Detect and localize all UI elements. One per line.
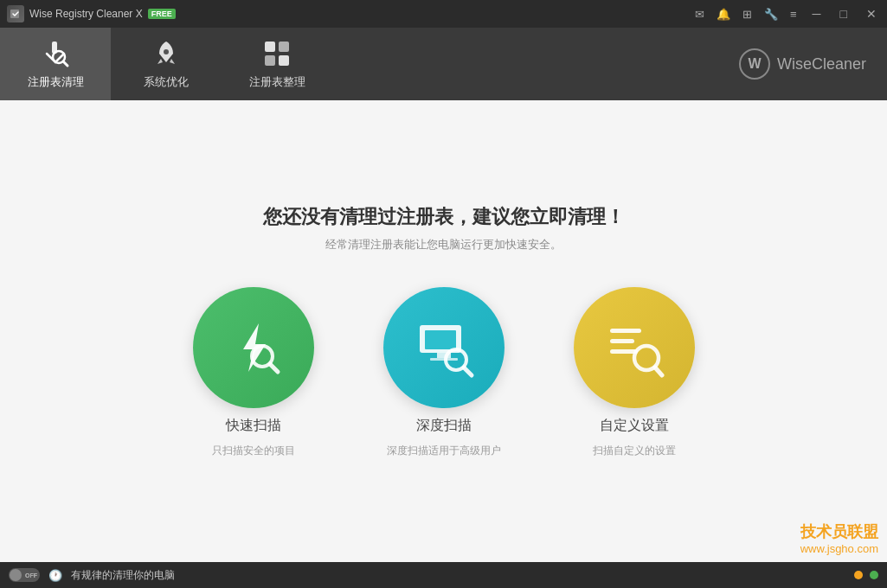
schedule-toggle[interactable]: OFF bbox=[9, 568, 40, 582]
fast-scan-desc: 只扫描安全的项目 bbox=[212, 444, 295, 458]
brand-name: WiseCleaner bbox=[777, 55, 866, 74]
svg-line-3 bbox=[63, 61, 67, 66]
deep-scan-title: 深度扫描 bbox=[416, 417, 472, 435]
mail-icon[interactable]: ✉ bbox=[695, 8, 704, 21]
wrench-icon[interactable]: 🔧 bbox=[764, 8, 778, 21]
status-dot-green bbox=[870, 571, 878, 579]
navbar: 注册表清理 系统优化 注册表整理 bbox=[0, 28, 887, 100]
svg-line-16 bbox=[464, 368, 472, 375]
statusbar: OFF 🕐 有规律的清理你的电脑 bbox=[0, 562, 887, 588]
minimize-button[interactable]: ─ bbox=[809, 5, 825, 22]
svg-line-10 bbox=[270, 364, 278, 372]
scan-options: 快速扫描 只扫描安全的项目 深度扫描 深度扫描适用于高级用户 bbox=[193, 287, 695, 458]
close-button[interactable]: ✕ bbox=[863, 5, 880, 22]
main-subtitle: 经常清理注册表能让您电脑运行更加快速安全。 bbox=[325, 237, 562, 252]
clock-icon: 🕐 bbox=[48, 569, 62, 582]
custom-settings-circle[interactable] bbox=[574, 287, 695, 408]
brand-area: W WiseCleaner bbox=[739, 28, 887, 100]
nav-registry-defrag-label: 注册表整理 bbox=[249, 74, 305, 90]
maximize-button[interactable]: □ bbox=[837, 5, 851, 22]
nav-registry-defrag[interactable]: 注册表整理 bbox=[222, 28, 332, 100]
free-badge: FREE bbox=[148, 9, 176, 19]
svg-rect-14 bbox=[430, 358, 458, 361]
svg-line-21 bbox=[655, 368, 662, 375]
svg-rect-6 bbox=[279, 42, 289, 52]
nav-registry-clean-label: 注册表清理 bbox=[28, 74, 84, 90]
status-dot-orange bbox=[854, 571, 863, 579]
fast-scan-option[interactable]: 快速扫描 只扫描安全的项目 bbox=[193, 287, 314, 458]
toggle-label: OFF bbox=[25, 572, 37, 578]
custom-settings-desc: 扫描自定义的设置 bbox=[593, 444, 676, 458]
titlebar-left: Wise Registry Cleaner X FREE bbox=[7, 5, 176, 22]
deep-scan-circle[interactable] bbox=[383, 287, 505, 408]
fast-scan-title: 快速扫描 bbox=[226, 417, 281, 435]
nav-system-optimize[interactable]: 系统优化 bbox=[111, 28, 222, 100]
svg-rect-18 bbox=[610, 339, 634, 343]
svg-rect-8 bbox=[279, 55, 289, 66]
app-title: Wise Registry Cleaner X bbox=[29, 8, 143, 20]
main-title: 您还没有清理过注册表，建议您立即清理！ bbox=[263, 204, 625, 230]
deep-scan-option[interactable]: 深度扫描 深度扫描适用于高级用户 bbox=[383, 287, 505, 458]
svg-rect-17 bbox=[610, 329, 641, 333]
brand-logo-letter: W bbox=[748, 56, 761, 72]
custom-settings-option[interactable]: 自定义设置 扫描自定义的设置 bbox=[574, 287, 695, 458]
svg-rect-0 bbox=[10, 10, 19, 18]
nav-system-optimize-icon bbox=[151, 38, 182, 69]
svg-rect-7 bbox=[265, 55, 275, 66]
nav-registry-defrag-icon bbox=[261, 38, 292, 69]
toggle-knob bbox=[10, 569, 22, 581]
svg-rect-5 bbox=[265, 42, 275, 52]
app-icon bbox=[7, 5, 24, 22]
custom-settings-title: 自定义设置 bbox=[600, 417, 669, 435]
deep-scan-desc: 深度扫描适用于高级用户 bbox=[387, 444, 501, 458]
fast-scan-circle[interactable] bbox=[193, 287, 314, 408]
menu-icon[interactable]: ≡ bbox=[790, 8, 797, 21]
monitor-icon[interactable]: ⊞ bbox=[742, 8, 752, 21]
upgrade-icon[interactable]: 🔔 bbox=[717, 8, 730, 21]
status-text: 有规律的清理你的电脑 bbox=[71, 568, 175, 583]
brand-logo: W bbox=[739, 48, 770, 80]
svg-rect-12 bbox=[425, 330, 456, 349]
svg-point-4 bbox=[164, 49, 169, 54]
statusbar-right bbox=[854, 571, 878, 579]
titlebar-right: ✉ 🔔 ⊞ 🔧 ≡ ─ □ ✕ bbox=[695, 5, 880, 22]
nav-registry-clean[interactable]: 注册表清理 bbox=[0, 28, 111, 100]
titlebar: Wise Registry Cleaner X FREE ✉ 🔔 ⊞ 🔧 ≡ ─… bbox=[0, 0, 887, 28]
nav-system-optimize-label: 系统优化 bbox=[144, 74, 189, 90]
nav-registry-clean-icon bbox=[40, 38, 71, 69]
main-content: 您还没有清理过注册表，建议您立即清理！ 经常清理注册表能让您电脑运行更加快速安全… bbox=[0, 100, 887, 562]
